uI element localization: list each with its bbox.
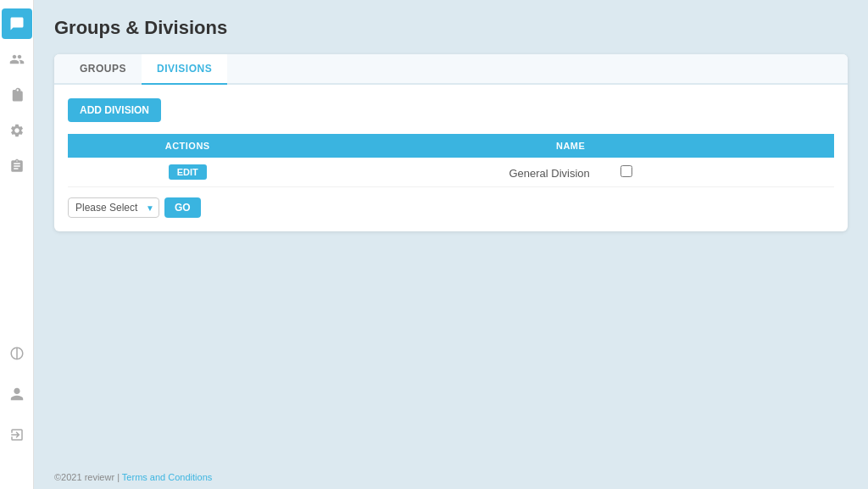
tab-content-divisions: ADD DIVISION ACTIONS NAME EDIT General D…	[54, 85, 848, 231]
bottom-controls: Please Select ▼ GO	[68, 197, 834, 218]
sidebar-item-people[interactable]	[2, 44, 32, 75]
table-cell-name: General Division	[307, 158, 834, 187]
col-header-actions: ACTIONS	[68, 134, 307, 158]
sidebar-item-clipboard[interactable]	[2, 151, 32, 181]
sidebar	[0, 0, 34, 489]
division-name: General Division	[509, 167, 589, 180]
tab-divisions[interactable]: DIVISIONS	[142, 54, 227, 85]
divisions-table: ACTIONS NAME EDIT General Division	[68, 134, 834, 187]
table-row: EDIT General Division	[68, 158, 834, 187]
col-header-name: NAME	[307, 134, 834, 158]
footer-text: ©2021 reviewr |	[54, 472, 122, 482]
sidebar-bottom	[2, 338, 32, 455]
select-wrapper: Please Select ▼	[68, 197, 159, 218]
add-division-button[interactable]: ADD DIVISION	[68, 98, 161, 122]
table-body: EDIT General Division	[68, 158, 834, 187]
tab-groups[interactable]: GROUPS	[64, 54, 142, 85]
edit-button[interactable]: EDIT	[169, 164, 207, 180]
page-title: Groups & Divisions	[54, 17, 848, 39]
sidebar-item-settings[interactable]	[2, 115, 32, 146]
sidebar-item-globe[interactable]	[2, 338, 32, 369]
sidebar-item-logout[interactable]	[2, 420, 32, 450]
tabs: GROUPS DIVISIONS	[54, 54, 848, 85]
row-checkbox[interactable]	[620, 165, 632, 177]
sidebar-item-user[interactable]	[2, 379, 32, 409]
terms-link[interactable]: Terms and Conditions	[122, 472, 212, 482]
sidebar-item-briefcase[interactable]	[2, 80, 32, 110]
footer: ©2021 reviewr | Terms and Conditions	[34, 465, 868, 489]
bulk-action-select[interactable]: Please Select	[68, 197, 159, 218]
go-button[interactable]: GO	[164, 197, 201, 218]
card: GROUPS DIVISIONS ADD DIVISION ACTIONS NA…	[54, 54, 848, 231]
main-content: Groups & Divisions GROUPS DIVISIONS ADD …	[34, 0, 868, 489]
table-cell-actions: EDIT	[68, 158, 307, 187]
table-header: ACTIONS NAME	[68, 134, 834, 158]
sidebar-item-chat[interactable]	[2, 8, 32, 39]
